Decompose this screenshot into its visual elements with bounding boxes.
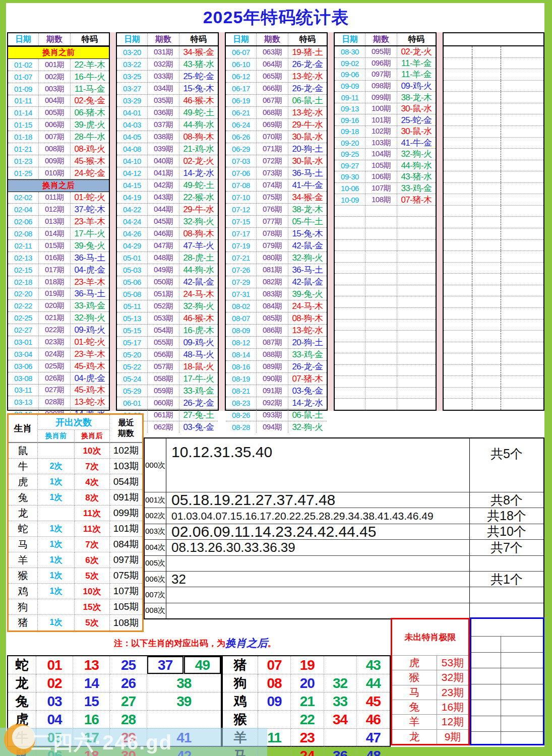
code-cell — [397, 263, 436, 274]
date-cell: 03-11 — [8, 385, 38, 396]
period-cell: 046期 — [147, 228, 179, 239]
empty-row — [444, 138, 543, 149]
date-cell: 09-27 — [335, 160, 365, 171]
result-row: 04-19043期22-猴-水 — [117, 192, 218, 204]
period-cell: 091期 — [256, 385, 288, 397]
empty-cell — [472, 92, 501, 103]
date-cell: 02-04 — [8, 204, 38, 215]
empty-row — [444, 251, 543, 263]
result-row: 08-14088期33-鸡-金 — [226, 349, 327, 361]
date-cell: 03-25 — [117, 71, 147, 82]
code-cell: 03-兔-金 — [288, 385, 327, 397]
period-cell: 020期 — [38, 300, 70, 311]
empty-row — [444, 240, 543, 251]
stats-recent-period: 084期 — [110, 537, 142, 552]
frequency-count — [469, 603, 543, 618]
stats-zodiac: 羊 — [9, 552, 38, 568]
stats-recent-period: 101期 — [110, 521, 142, 537]
code-cell: 25-蛇-金 — [397, 114, 436, 125]
code-cell: 14-龙-水 — [179, 167, 218, 179]
empty-cell — [501, 206, 543, 217]
map-number: 46 — [357, 711, 390, 729]
code-cell: 39-虎-火 — [70, 119, 109, 131]
period-cell: 105期 — [365, 160, 397, 171]
map-number — [258, 711, 291, 729]
date-cell: 10-06 — [335, 183, 365, 194]
date-cell: 07-15 — [226, 216, 256, 227]
code-cell: 08-狗-木 — [179, 228, 218, 239]
empty-cell — [501, 92, 543, 103]
empty-cell — [472, 183, 501, 194]
result-row: 06-01060期26-龙-金 — [117, 397, 218, 409]
period-cell: 070期 — [256, 131, 288, 143]
period-cell — [365, 274, 397, 285]
empty-cell — [444, 251, 472, 262]
stats-zodiac: 兔 — [9, 490, 38, 506]
empty-cell — [472, 103, 501, 114]
code-cell: 32-狗-火 — [179, 216, 218, 227]
result-row: 06-26070期30-鼠-水 — [226, 131, 327, 143]
stats-recent-period: 075期 — [110, 568, 142, 584]
result-row: 08-02084期24-马-木 — [226, 300, 327, 312]
date-cell: 07-17 — [226, 228, 256, 239]
code-cell: 16-牛-火 — [70, 71, 109, 83]
empty-cell — [444, 58, 472, 69]
code-cell: 27-兔-土 — [179, 409, 218, 421]
result-row: 04-22044期29-牛-水 — [117, 204, 218, 216]
period-cell: 043期 — [147, 192, 179, 203]
date-cell: 09-02 — [335, 58, 365, 69]
empty-cell — [501, 138, 543, 149]
period-cell: 088期 — [256, 349, 288, 360]
period-cell: 092期 — [256, 397, 288, 409]
code-cell: 07-猪-木 — [288, 373, 327, 385]
result-row: 06-29071期20-狗-土 — [226, 143, 327, 155]
frequency-label: 003次 — [145, 524, 166, 539]
period-cell: 039期 — [147, 143, 179, 155]
result-row: 04-01036期49-蛇-土 — [117, 107, 218, 119]
empty-cell — [444, 285, 472, 296]
period-cell: 098期 — [365, 81, 397, 92]
result-row — [335, 206, 436, 217]
frequency-numbers: 02.06.09.11.14.23.24.42.44.45 — [166, 524, 469, 539]
period-cell: 075期 — [256, 192, 288, 203]
empty-row — [444, 285, 543, 297]
stats-before-count — [38, 506, 75, 521]
code-cell — [397, 228, 436, 239]
code-cell: 24-蛇-金 — [70, 167, 109, 179]
empty-cell — [472, 138, 501, 149]
map-zodiac: 猴 — [223, 711, 258, 729]
result-row: 08-26093期06-鼠-土 — [226, 409, 327, 421]
limit-periods: 16期 — [437, 700, 468, 714]
code-cell: 32-狗-火 — [179, 300, 218, 312]
frequency-label: 006次 — [145, 572, 166, 587]
period-cell: 076期 — [256, 204, 288, 215]
period-cell: 038期 — [147, 131, 179, 143]
date-cell: 03-29 — [117, 95, 147, 106]
date-cell: 04-24 — [117, 216, 147, 227]
result-row: 02-08014期17-牛-火 — [8, 228, 109, 240]
col-header-period: 期数 — [38, 33, 70, 45]
map-number: 37 — [147, 656, 184, 674]
empty-cell — [444, 320, 472, 331]
period-cell: 102期 — [365, 126, 397, 137]
period-cell: 095期 — [365, 46, 397, 57]
page: 2025年特码统计表 日期期数特码换肖之前01-02001期22-羊-木01-0… — [0, 0, 552, 756]
empty-cell — [472, 331, 501, 342]
period-cell: 017期 — [38, 264, 70, 276]
period-cell: 069期 — [256, 119, 288, 131]
period-cell: 033期 — [147, 71, 179, 82]
date-cell: 02-25 — [8, 312, 38, 324]
code-cell: 23-羊-木 — [70, 216, 109, 227]
code-cell: 08-狗-木 — [179, 131, 218, 143]
empty-cell — [472, 388, 501, 399]
empty-cell — [501, 274, 543, 285]
empty-cell — [472, 206, 501, 217]
date-cell: 07-08 — [226, 179, 256, 191]
date-cell: 08-28 — [226, 421, 256, 433]
date-cell: 05-11 — [117, 300, 147, 312]
code-cell: 13-蛇-水 — [288, 71, 327, 82]
note-prefix: 注：以下生肖的对应出码，为 — [114, 638, 225, 649]
map-number: 26 — [110, 674, 147, 692]
date-cell: 07-31 — [226, 288, 256, 300]
watermark-logo-icon — [4, 724, 35, 755]
